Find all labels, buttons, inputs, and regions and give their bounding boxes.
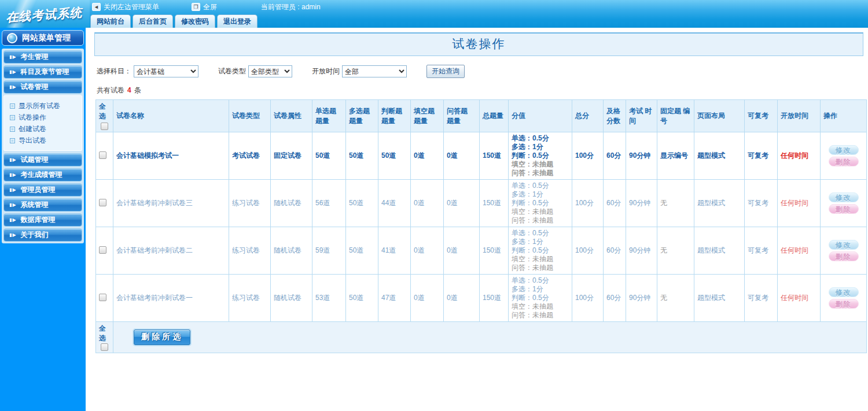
fixed-number-cell: 无 xyxy=(657,227,694,275)
paper-type-cell: 考试试卷 xyxy=(229,132,271,180)
open-time-cell: 任何时间 xyxy=(778,227,821,275)
score-breakdown-cell: 单选：0.5分多选：1分判断：0.5分填空：未抽题问答：未抽题 xyxy=(509,227,572,275)
toplinks: ◄ 关闭左边管理菜单 ❐ 全屏 当前管理员 : admin xyxy=(90,0,868,14)
actions-cell: 修改删除 xyxy=(821,275,867,322)
open-time-select[interactable]: 全部 xyxy=(342,65,407,77)
sidebar-item-显示所有试卷[interactable]: 显示所有试卷 xyxy=(10,100,82,112)
score-line: 单选：0.5分 xyxy=(512,182,569,190)
query-button[interactable]: 开始查询 xyxy=(426,65,465,78)
row-checkbox-cell xyxy=(96,180,113,227)
retake-cell: 可复考 xyxy=(745,132,778,180)
exam-time-cell: 90分钟 xyxy=(626,180,657,227)
pass-score-cell: 60分 xyxy=(604,227,626,275)
exam-time-cell: 90分钟 xyxy=(626,227,657,275)
delete-button[interactable]: 删除 xyxy=(829,204,859,214)
row-checkbox[interactable] xyxy=(99,151,106,159)
column-header: 可复考 xyxy=(745,100,778,132)
question-count-cell: 0道 xyxy=(444,132,480,180)
row-checkbox[interactable] xyxy=(99,199,106,206)
actions-cell: 修改删除 xyxy=(821,132,867,180)
select-all-footer-checkbox[interactable] xyxy=(101,343,108,351)
question-count-cell: 0道 xyxy=(444,180,480,227)
delete-button[interactable]: 删除 xyxy=(829,299,859,309)
column-header: 固定题 编号 xyxy=(657,100,694,132)
sidebar-item-创建试卷[interactable]: 创建试卷 xyxy=(10,123,82,135)
question-count-cell: 0道 xyxy=(444,227,480,275)
fixed-number-cell: 无 xyxy=(657,275,694,322)
sidebar-group-系统管理[interactable]: ▮▶系统管理 xyxy=(3,198,82,212)
paper-type-cell: 练习试卷 xyxy=(229,275,271,322)
sidebar-group-管理员管理[interactable]: ▮▶管理员管理 xyxy=(3,183,82,197)
tab-3[interactable]: 修改密码 xyxy=(175,14,215,28)
play-icon: ▮▶ xyxy=(9,187,17,192)
column-header: 全选 xyxy=(96,100,113,132)
sidebar-group-考生管理[interactable]: ▮▶考生管理 xyxy=(3,50,82,64)
topbar-tabs: 网站前台后台首页修改密码退出登录 xyxy=(90,14,868,28)
total-score-cell: 100分 xyxy=(572,227,604,275)
tab-2[interactable]: 后台首页 xyxy=(133,14,173,28)
question-count-cell: 50道 xyxy=(346,132,378,180)
table-row: 会计基础模拟考试一考试试卷固定试卷50道50道50道0道0道150道单选：0.5… xyxy=(96,132,867,180)
column-header: 试卷类型 xyxy=(229,100,271,132)
delete-button[interactable]: 删除 xyxy=(829,251,859,261)
question-count-cell: 0道 xyxy=(444,275,480,322)
column-header: 填空题 题量 xyxy=(411,100,444,132)
score-line: 判断：0.5分 xyxy=(512,246,569,255)
fixed-number-cell: 显示编号 xyxy=(657,132,694,180)
paper-attr-cell: 随机试卷 xyxy=(271,180,312,227)
close-left-menu-link[interactable]: ◄ 关闭左边管理菜单 xyxy=(92,2,159,12)
question-count-cell: 56道 xyxy=(312,180,346,227)
score-line: 多选：1分 xyxy=(512,143,569,151)
main: 试卷操作 选择科目： 会计基础 试卷类型 全部类型 开放时间 全部 开始查询 共… xyxy=(90,28,868,411)
select-all-wrap: 全选 xyxy=(99,102,110,130)
play-icon: ▮▶ xyxy=(9,157,17,162)
select-all-checkbox[interactable] xyxy=(101,123,108,130)
table-row: 会计基础考前冲刺试卷三练习试卷随机试卷56道50道44道0道0道150道单选：0… xyxy=(96,180,867,227)
column-header: 判断题 题量 xyxy=(378,100,411,132)
sidebar-header-label: 网站菜单管理 xyxy=(22,33,71,43)
tab-4[interactable]: 退出登录 xyxy=(217,14,258,28)
question-count-cell: 150道 xyxy=(480,227,509,275)
question-count-cell: 41道 xyxy=(378,227,411,275)
sidebar-group-关于我们[interactable]: ▮▶关于我们 xyxy=(3,228,82,242)
subject-filter-label: 选择科目： xyxy=(97,66,131,76)
sidebar-group-科目及章节管理[interactable]: ▮▶科目及章节管理 xyxy=(3,65,82,79)
score-breakdown-cell: 单选：0.5分多选：1分判断：0.5分填空：未抽题问答：未抽题 xyxy=(509,132,572,180)
score-line: 多选：1分 xyxy=(512,190,569,199)
edit-button[interactable]: 修改 xyxy=(829,145,859,155)
score-line: 问答：未抽题 xyxy=(512,311,569,320)
sidebar-group-label: 关于我们 xyxy=(21,230,49,240)
sidebar-submenu: 显示所有试卷试卷操作创建试卷导出试卷 xyxy=(3,95,82,151)
play-icon: ▮▶ xyxy=(9,202,17,208)
sidebar-header: 网站菜单管理 xyxy=(2,30,84,46)
sidebar-item-label: 试卷操作 xyxy=(19,113,46,123)
delete-button[interactable]: 删除 xyxy=(829,157,859,166)
table-row: 会计基础考前冲刺试卷一练习试卷随机试卷53道50道47道0道0道150道单选：0… xyxy=(96,275,867,322)
delete-selected-button[interactable]: 删除所选 xyxy=(134,329,190,345)
select-all-label: 全选 xyxy=(99,102,110,121)
collapse-left-icon: ◄ xyxy=(92,3,101,11)
fullscreen-link[interactable]: ❐ 全屏 xyxy=(192,2,217,12)
retake-cell: 可复考 xyxy=(745,227,778,275)
row-checkbox[interactable] xyxy=(99,246,106,254)
edit-button[interactable]: 修改 xyxy=(829,287,859,297)
retake-cell: 可复考 xyxy=(745,180,778,227)
paper-type-select[interactable]: 全部类型 xyxy=(248,65,292,77)
tab-1[interactable]: 网站前台 xyxy=(90,14,131,28)
edit-button[interactable]: 修改 xyxy=(829,192,859,202)
table-header: 全选试卷名称试卷类型试卷属性单选题 题量多选题 题量判断题 题量填空题 题量问答… xyxy=(96,100,867,132)
edit-button[interactable]: 修改 xyxy=(829,240,859,250)
row-checkbox[interactable] xyxy=(99,294,106,301)
body: 网站菜单管理 ▮▶考生管理▮▶科目及章节管理▮▶试卷管理显示所有试卷试卷操作创建… xyxy=(0,28,868,411)
sidebar-group-试题管理[interactable]: ▮▶试题管理 xyxy=(3,153,82,166)
subject-select[interactable]: 会计基础 xyxy=(134,65,198,77)
sidebar-group-试卷管理[interactable]: ▮▶试卷管理 xyxy=(3,80,82,94)
exam-time-cell: 90分钟 xyxy=(626,132,657,180)
sidebar-group-考生成绩管理[interactable]: ▮▶考生成绩管理 xyxy=(3,168,82,182)
sidebar-menu: ▮▶考生管理▮▶科目及章节管理▮▶试卷管理显示所有试卷试卷操作创建试卷导出试卷▮… xyxy=(2,49,84,243)
question-count-cell: 0道 xyxy=(411,275,444,322)
column-header: 试卷属性 xyxy=(271,100,312,132)
sidebar-item-导出试卷[interactable]: 导出试卷 xyxy=(10,135,82,146)
sidebar-item-试卷操作[interactable]: 试卷操作 xyxy=(10,112,82,123)
sidebar-group-数据库管理[interactable]: ▮▶数据库管理 xyxy=(3,213,82,227)
